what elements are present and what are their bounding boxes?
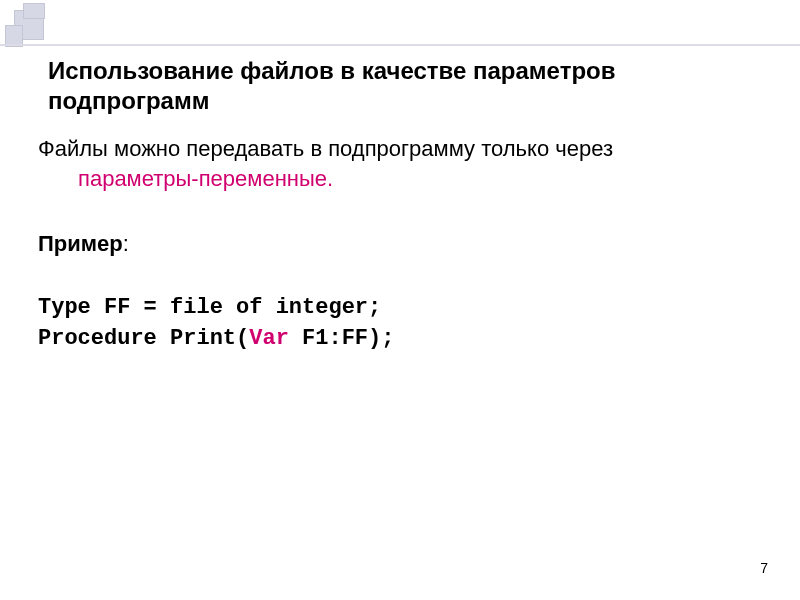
code-line-2a: Procedure Print( (38, 326, 249, 351)
page-number: 7 (760, 560, 768, 576)
code-line-1: Type FF = file of integer; (38, 293, 770, 324)
decorative-squares (14, 10, 44, 40)
code-line-2b: F1:FF); (289, 326, 395, 351)
example-label-text: Пример (38, 231, 123, 256)
code-block: Type FF = file of integer; Procedure Pri… (38, 293, 770, 355)
example-label-colon: : (123, 231, 129, 256)
var-keyword: Var (249, 326, 289, 351)
intro-line-2: параметры-переменные. (78, 164, 770, 194)
code-line-2: Procedure Print(Var F1:FF); (38, 324, 770, 355)
horizontal-rule (0, 44, 800, 46)
slide-title: Использование файлов в качестве параметр… (48, 56, 770, 116)
intro-line-1: Файлы можно передавать в подпрограмму то… (38, 134, 770, 164)
example-label: Пример: (38, 229, 770, 259)
slide: Использование файлов в качестве параметр… (0, 0, 800, 600)
slide-body: Файлы можно передавать в подпрограмму то… (38, 134, 770, 355)
